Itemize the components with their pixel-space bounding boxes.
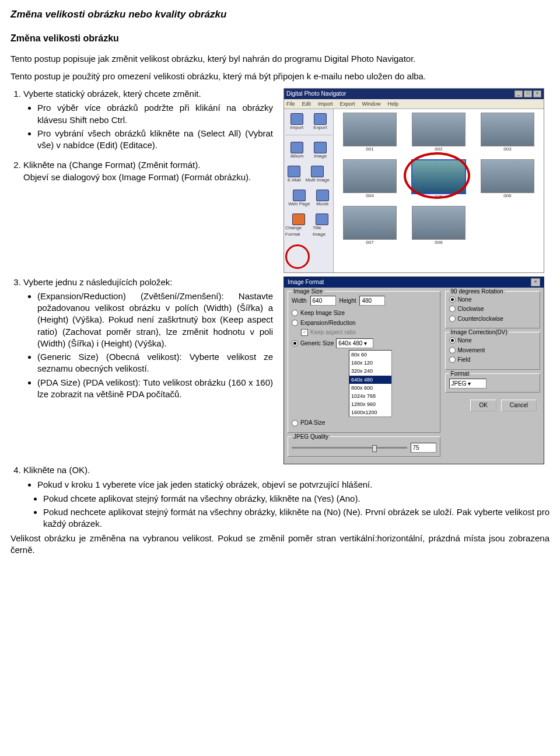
step-3-bullet: (Expansion/Reduction) (Zvětšení/Zmenšení… [37,290,273,349]
step-2-text: Klikněte na (Change Format) (Změnit form… [23,160,200,170]
thumbnail-icon [481,159,534,193]
dialog-title: Image Format [288,278,324,286]
app-screenshot: Digital Photo Navigator _ □ × File Edit … [284,88,544,273]
radio-selected-icon [292,340,298,346]
radio-selected-icon [449,296,456,303]
checkbox-icon [301,329,308,336]
width-value: 640 [310,296,336,306]
menu-item: Import [318,100,333,107]
thumbnail-selected-icon [411,159,466,194]
slider-icon [292,447,407,449]
step-4-bullet: Pokud v kroku 1 vyberete více jak jeden … [37,479,550,491]
minimize-icon: _ [514,90,523,97]
thumbnail-icon [343,113,397,146]
page-subtitle: Změna velikosti obrázku [10,32,550,45]
radio-icon [449,347,456,354]
maximize-icon: □ [524,90,532,97]
size-dropdown: 80x 60 160x 120 320x 240 640x 480 800x 6… [349,350,392,417]
step-2: Klikněte na (Change Format) (Změnit form… [23,159,273,183]
width-label: Width [292,297,307,305]
radio-icon [449,306,456,312]
page-title: Změna velikosti obrázku nebo kvality obr… [10,8,550,22]
title-image-icon [316,214,328,225]
thumbnail-icon [412,113,466,146]
radio-icon [449,316,456,322]
group-title: Image Correction(DV) [449,328,509,337]
step-1-bullet: Pro vybrání všech obrázků klikněte na (S… [37,128,273,152]
dialog-screenshot: Image Format × Image Size Width 640 Heig… [284,276,544,465]
step-3: Vyberte jednu z následujících položek: (… [23,276,273,401]
radio-icon [292,420,298,426]
step-4: Klikněte na (OK). Pokud v kroku 1 vybere… [23,464,550,556]
import-icon [290,113,303,125]
radio-selected-icon [449,337,456,344]
step-4-sub-bullet: Pokud chcete aplikovat stejný formát na … [43,493,550,505]
change-format-icon [292,214,305,225]
radio-icon [292,310,298,316]
album-icon [290,142,303,153]
radio-icon [292,320,298,326]
step-2-after: Objeví se dialogový box (Image Format) (… [23,172,251,182]
group-title: 90 degrees Rotation [449,288,505,296]
format-select: JPEG ▾ [449,379,487,389]
step-1-text: Vyberte statický obrázek, který chcete z… [23,89,201,99]
step-4-closing: Velikost obrázku je změněna na vybranou … [10,533,550,556]
menu-item: Window [362,100,381,107]
height-label: Height [340,297,356,305]
webpage-icon [293,190,306,201]
menu-item: Edit [302,100,312,107]
close-icon: × [531,278,540,286]
radio-icon [449,356,456,363]
step-1: Vyberte statický obrázek, který chcete z… [23,88,273,151]
multi-image-icon [311,166,324,177]
group-title: Format [449,370,471,378]
step-4-sub-bullet: Pokud nechcete aplikovat stejný formát n… [43,506,550,530]
step-3-text: Vyberte jednu z následujících položek: [23,277,172,287]
movie-icon [316,190,329,201]
image-icon [314,142,327,153]
app-title: Digital Photo Navigator [286,90,346,98]
close-icon: × [533,90,541,97]
step-1-bullet: Pro výběr více obrázků podržte při kliká… [37,102,273,126]
email-icon [288,166,300,177]
cancel-button: Cancel [501,400,537,411]
step-4-text: Klikněte na (OK). [23,465,90,475]
highlight-circle-icon [285,244,310,269]
step-3-bullet: (Generic Size) (Obecná velikost): Vybert… [37,351,273,375]
thumbnail-icon [412,206,466,240]
step-3-bullet: (PDA Size) (PDA velikost): Tuto velikost… [37,377,273,401]
thumbnail-icon [343,206,397,240]
thumbnail-icon [481,113,534,146]
height-value: 480 [359,296,385,306]
thumbnail-icon [343,159,397,193]
group-title: JPEG Quality [292,433,330,441]
intro-paragraph-1: Tento postup popisuje jak změnit velikos… [10,53,550,65]
export-icon [314,113,327,125]
intro-paragraph-2: Tento postup je použitý pro omezení veli… [10,71,550,82]
jpeg-value: 75 [411,443,436,453]
menu-item: Help [388,100,399,107]
menu-item: Export [340,100,355,107]
group-title: Image Size [292,288,324,296]
generic-size-select: 640x 480 ▾ [336,338,373,349]
ok-button: OK [470,400,496,411]
menu-item: File [286,100,295,107]
